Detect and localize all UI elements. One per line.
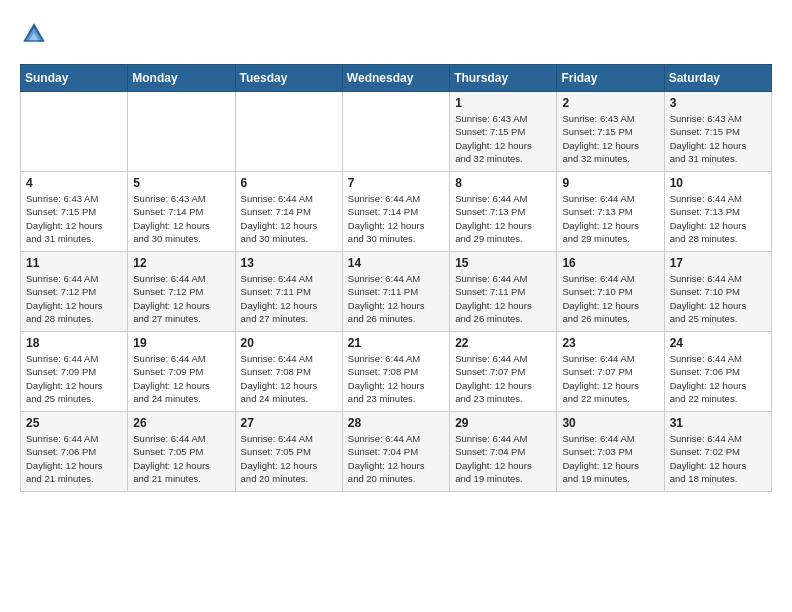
calendar-cell: [235, 92, 342, 172]
day-info: Sunrise: 6:44 AMSunset: 7:08 PMDaylight:…: [348, 352, 444, 405]
calendar-cell: 11Sunrise: 6:44 AMSunset: 7:12 PMDayligh…: [21, 252, 128, 332]
day-info: Sunrise: 6:43 AMSunset: 7:15 PMDaylight:…: [562, 112, 658, 165]
day-number: 19: [133, 336, 229, 350]
day-info: Sunrise: 6:44 AMSunset: 7:03 PMDaylight:…: [562, 432, 658, 485]
day-number: 25: [26, 416, 122, 430]
day-info: Sunrise: 6:44 AMSunset: 7:13 PMDaylight:…: [455, 192, 551, 245]
calendar-cell: 30Sunrise: 6:44 AMSunset: 7:03 PMDayligh…: [557, 412, 664, 492]
calendar-cell: 15Sunrise: 6:44 AMSunset: 7:11 PMDayligh…: [450, 252, 557, 332]
header-day-friday: Friday: [557, 65, 664, 92]
day-info: Sunrise: 6:44 AMSunset: 7:12 PMDaylight:…: [133, 272, 229, 325]
calendar-cell: 10Sunrise: 6:44 AMSunset: 7:13 PMDayligh…: [664, 172, 771, 252]
header-day-sunday: Sunday: [21, 65, 128, 92]
day-info: Sunrise: 6:44 AMSunset: 7:02 PMDaylight:…: [670, 432, 766, 485]
day-number: 29: [455, 416, 551, 430]
week-row-3: 11Sunrise: 6:44 AMSunset: 7:12 PMDayligh…: [21, 252, 772, 332]
header-day-saturday: Saturday: [664, 65, 771, 92]
calendar-cell: 14Sunrise: 6:44 AMSunset: 7:11 PMDayligh…: [342, 252, 449, 332]
day-info: Sunrise: 6:44 AMSunset: 7:06 PMDaylight:…: [26, 432, 122, 485]
calendar-cell: 12Sunrise: 6:44 AMSunset: 7:12 PMDayligh…: [128, 252, 235, 332]
day-info: Sunrise: 6:44 AMSunset: 7:11 PMDaylight:…: [455, 272, 551, 325]
day-info: Sunrise: 6:44 AMSunset: 7:04 PMDaylight:…: [348, 432, 444, 485]
header-row: SundayMondayTuesdayWednesdayThursdayFrid…: [21, 65, 772, 92]
header-day-thursday: Thursday: [450, 65, 557, 92]
day-info: Sunrise: 6:43 AMSunset: 7:15 PMDaylight:…: [26, 192, 122, 245]
day-info: Sunrise: 6:44 AMSunset: 7:05 PMDaylight:…: [241, 432, 337, 485]
day-number: 9: [562, 176, 658, 190]
header-day-monday: Monday: [128, 65, 235, 92]
day-info: Sunrise: 6:44 AMSunset: 7:08 PMDaylight:…: [241, 352, 337, 405]
day-number: 7: [348, 176, 444, 190]
day-number: 24: [670, 336, 766, 350]
calendar-cell: 4Sunrise: 6:43 AMSunset: 7:15 PMDaylight…: [21, 172, 128, 252]
calendar-cell: 18Sunrise: 6:44 AMSunset: 7:09 PMDayligh…: [21, 332, 128, 412]
day-info: Sunrise: 6:43 AMSunset: 7:15 PMDaylight:…: [455, 112, 551, 165]
day-number: 10: [670, 176, 766, 190]
calendar-cell: 21Sunrise: 6:44 AMSunset: 7:08 PMDayligh…: [342, 332, 449, 412]
calendar-cell: 19Sunrise: 6:44 AMSunset: 7:09 PMDayligh…: [128, 332, 235, 412]
day-number: 17: [670, 256, 766, 270]
day-info: Sunrise: 6:44 AMSunset: 7:05 PMDaylight:…: [133, 432, 229, 485]
calendar-cell: 28Sunrise: 6:44 AMSunset: 7:04 PMDayligh…: [342, 412, 449, 492]
calendar-cell: 20Sunrise: 6:44 AMSunset: 7:08 PMDayligh…: [235, 332, 342, 412]
calendar-cell: 7Sunrise: 6:44 AMSunset: 7:14 PMDaylight…: [342, 172, 449, 252]
day-info: Sunrise: 6:44 AMSunset: 7:14 PMDaylight:…: [348, 192, 444, 245]
day-info: Sunrise: 6:44 AMSunset: 7:11 PMDaylight:…: [241, 272, 337, 325]
day-info: Sunrise: 6:44 AMSunset: 7:10 PMDaylight:…: [670, 272, 766, 325]
calendar-cell: 6Sunrise: 6:44 AMSunset: 7:14 PMDaylight…: [235, 172, 342, 252]
day-info: Sunrise: 6:43 AMSunset: 7:14 PMDaylight:…: [133, 192, 229, 245]
day-number: 16: [562, 256, 658, 270]
day-number: 22: [455, 336, 551, 350]
calendar-cell: 26Sunrise: 6:44 AMSunset: 7:05 PMDayligh…: [128, 412, 235, 492]
day-info: Sunrise: 6:44 AMSunset: 7:14 PMDaylight:…: [241, 192, 337, 245]
calendar-cell: [21, 92, 128, 172]
day-info: Sunrise: 6:44 AMSunset: 7:07 PMDaylight:…: [455, 352, 551, 405]
calendar-cell: 16Sunrise: 6:44 AMSunset: 7:10 PMDayligh…: [557, 252, 664, 332]
day-number: 13: [241, 256, 337, 270]
header-day-tuesday: Tuesday: [235, 65, 342, 92]
day-info: Sunrise: 6:44 AMSunset: 7:06 PMDaylight:…: [670, 352, 766, 405]
week-row-5: 25Sunrise: 6:44 AMSunset: 7:06 PMDayligh…: [21, 412, 772, 492]
day-number: 31: [670, 416, 766, 430]
day-number: 11: [26, 256, 122, 270]
day-info: Sunrise: 6:44 AMSunset: 7:11 PMDaylight:…: [348, 272, 444, 325]
week-row-1: 1Sunrise: 6:43 AMSunset: 7:15 PMDaylight…: [21, 92, 772, 172]
calendar-cell: 25Sunrise: 6:44 AMSunset: 7:06 PMDayligh…: [21, 412, 128, 492]
day-number: 21: [348, 336, 444, 350]
calendar-cell: 22Sunrise: 6:44 AMSunset: 7:07 PMDayligh…: [450, 332, 557, 412]
calendar-cell: 23Sunrise: 6:44 AMSunset: 7:07 PMDayligh…: [557, 332, 664, 412]
calendar-cell: 27Sunrise: 6:44 AMSunset: 7:05 PMDayligh…: [235, 412, 342, 492]
calendar-table: SundayMondayTuesdayWednesdayThursdayFrid…: [20, 64, 772, 492]
calendar-cell: [342, 92, 449, 172]
day-number: 1: [455, 96, 551, 110]
day-number: 20: [241, 336, 337, 350]
calendar-cell: 13Sunrise: 6:44 AMSunset: 7:11 PMDayligh…: [235, 252, 342, 332]
day-number: 5: [133, 176, 229, 190]
day-number: 14: [348, 256, 444, 270]
calendar-cell: 9Sunrise: 6:44 AMSunset: 7:13 PMDaylight…: [557, 172, 664, 252]
day-info: Sunrise: 6:44 AMSunset: 7:09 PMDaylight:…: [133, 352, 229, 405]
day-number: 28: [348, 416, 444, 430]
day-info: Sunrise: 6:44 AMSunset: 7:13 PMDaylight:…: [670, 192, 766, 245]
day-number: 2: [562, 96, 658, 110]
calendar-cell: 8Sunrise: 6:44 AMSunset: 7:13 PMDaylight…: [450, 172, 557, 252]
calendar-cell: 17Sunrise: 6:44 AMSunset: 7:10 PMDayligh…: [664, 252, 771, 332]
day-info: Sunrise: 6:44 AMSunset: 7:09 PMDaylight:…: [26, 352, 122, 405]
calendar-cell: 29Sunrise: 6:44 AMSunset: 7:04 PMDayligh…: [450, 412, 557, 492]
day-number: 23: [562, 336, 658, 350]
day-info: Sunrise: 6:44 AMSunset: 7:12 PMDaylight:…: [26, 272, 122, 325]
day-number: 30: [562, 416, 658, 430]
calendar-header: SundayMondayTuesdayWednesdayThursdayFrid…: [21, 65, 772, 92]
day-number: 12: [133, 256, 229, 270]
calendar-cell: 5Sunrise: 6:43 AMSunset: 7:14 PMDaylight…: [128, 172, 235, 252]
calendar-cell: [128, 92, 235, 172]
calendar-cell: 3Sunrise: 6:43 AMSunset: 7:15 PMDaylight…: [664, 92, 771, 172]
day-number: 3: [670, 96, 766, 110]
day-info: Sunrise: 6:44 AMSunset: 7:13 PMDaylight:…: [562, 192, 658, 245]
calendar-cell: 24Sunrise: 6:44 AMSunset: 7:06 PMDayligh…: [664, 332, 771, 412]
day-number: 26: [133, 416, 229, 430]
day-number: 6: [241, 176, 337, 190]
day-number: 8: [455, 176, 551, 190]
calendar-cell: 1Sunrise: 6:43 AMSunset: 7:15 PMDaylight…: [450, 92, 557, 172]
header-day-wednesday: Wednesday: [342, 65, 449, 92]
